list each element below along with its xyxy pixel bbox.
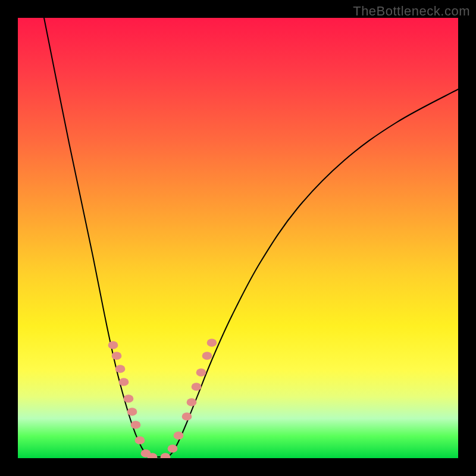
curve-left-arm bbox=[44, 18, 150, 457]
data-dot bbox=[112, 352, 122, 360]
watermark-text: TheBottleneck.com bbox=[353, 4, 470, 19]
chart-plot-area bbox=[18, 18, 458, 458]
data-dot bbox=[196, 368, 206, 377]
data-dot bbox=[202, 352, 212, 360]
dots-group bbox=[108, 339, 217, 458]
data-dot bbox=[207, 339, 217, 347]
data-dot bbox=[174, 431, 184, 440]
data-dot bbox=[119, 378, 129, 386]
data-dot bbox=[148, 453, 158, 458]
data-dot bbox=[135, 436, 145, 444]
curve-right-arm bbox=[168, 89, 458, 457]
data-dot bbox=[182, 412, 192, 421]
data-dot bbox=[108, 341, 118, 349]
data-dot bbox=[141, 449, 151, 458]
chart-frame: TheBottleneck.com bbox=[0, 0, 476, 476]
data-dot bbox=[127, 408, 137, 416]
chart-svg bbox=[18, 18, 458, 458]
curve-group bbox=[44, 18, 458, 457]
data-dot bbox=[168, 444, 178, 453]
data-dot bbox=[192, 383, 202, 391]
data-dot bbox=[115, 365, 126, 373]
data-dot bbox=[131, 421, 141, 429]
data-dot bbox=[187, 398, 197, 406]
data-dot bbox=[124, 394, 134, 403]
data-dot bbox=[161, 453, 171, 458]
